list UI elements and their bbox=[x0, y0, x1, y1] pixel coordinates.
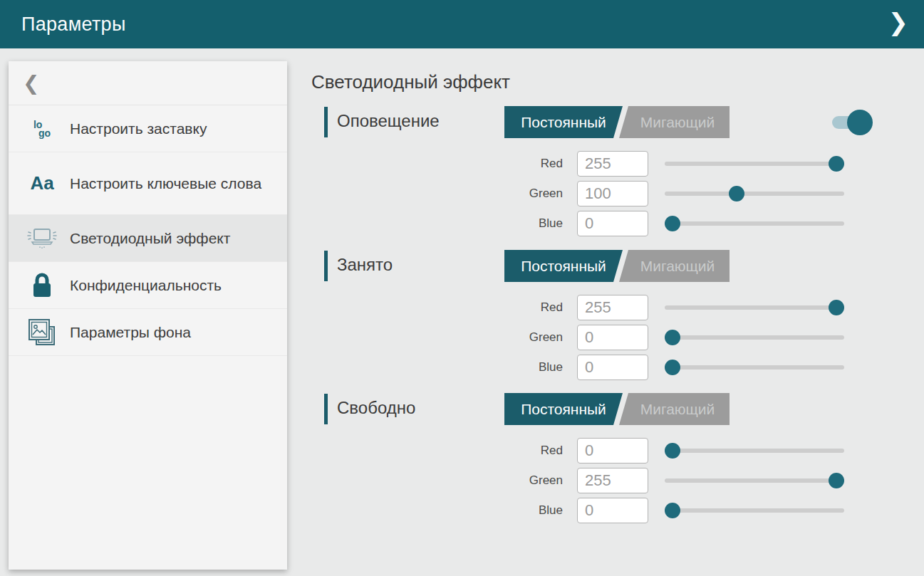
sidebar-item-privacy[interactable]: Конфиденциальность bbox=[9, 262, 287, 309]
green-slider[interactable] bbox=[665, 468, 844, 493]
blue-slider[interactable] bbox=[665, 355, 844, 380]
keywords-icon: Aa bbox=[23, 172, 61, 194]
tab-solid-mode[interactable]: Постоянный bbox=[504, 106, 623, 138]
sidebar-item-led-effect[interactable]: Светодиодный эффект bbox=[9, 215, 287, 262]
tab-blinking-mode[interactable]: Мигающий bbox=[618, 106, 730, 138]
blue-label: Blue bbox=[324, 503, 563, 518]
sidebar-item-screensaver[interactable]: logo Настроить заставку bbox=[9, 105, 287, 152]
slider-track bbox=[665, 162, 844, 166]
slider-thumb[interactable] bbox=[829, 473, 844, 488]
tab-blinking-mode[interactable]: Мигающий bbox=[618, 393, 730, 425]
tab-label: Постоянный bbox=[521, 401, 606, 418]
sidebar-item-label: Светодиодный эффект bbox=[70, 229, 230, 248]
slider-track bbox=[665, 335, 844, 340]
red-label: Red bbox=[324, 300, 563, 315]
green-label: Green bbox=[324, 330, 563, 345]
rgb-sliders: Red Green Blue bbox=[324, 151, 851, 241]
chevron-left-icon: ❮ bbox=[23, 71, 39, 95]
slider-track bbox=[665, 508, 844, 513]
app-header: Параметры ❯ bbox=[0, 0, 924, 48]
red-slider[interactable] bbox=[665, 438, 844, 464]
slider-thumb[interactable] bbox=[665, 503, 680, 518]
green-slider[interactable] bbox=[665, 181, 844, 206]
red-slider[interactable] bbox=[665, 151, 844, 177]
green-row: Green bbox=[324, 325, 851, 350]
tab-solid-mode[interactable]: Постоянный bbox=[504, 393, 623, 425]
tab-solid-mode[interactable]: Постоянный bbox=[504, 250, 623, 282]
content-title: Светодиодный эффект bbox=[311, 71, 510, 93]
sidebar-item-background[interactable]: Параметры фона bbox=[9, 309, 287, 356]
green-value-input[interactable] bbox=[577, 468, 648, 493]
tab-label: Постоянный bbox=[521, 114, 606, 131]
slider-thumb[interactable] bbox=[665, 443, 680, 459]
green-slider[interactable] bbox=[665, 325, 844, 350]
slider-thumb[interactable] bbox=[829, 300, 844, 315]
blue-value-input[interactable] bbox=[577, 355, 648, 380]
logo-icon: logo bbox=[23, 120, 61, 137]
blue-slider[interactable] bbox=[665, 211, 844, 236]
red-value-input[interactable] bbox=[577, 151, 648, 177]
mode-tabs: Постоянный Мигающий bbox=[504, 250, 730, 282]
slider-track bbox=[665, 449, 844, 453]
lock-icon bbox=[23, 272, 61, 299]
rgb-sliders: Red Green Blue bbox=[324, 438, 851, 528]
slider-track bbox=[665, 192, 844, 196]
green-label: Green bbox=[324, 187, 563, 201]
sidebar-item-label: Настроить ключевые слова bbox=[70, 174, 261, 193]
section-label: Занято bbox=[337, 255, 393, 275]
blue-label: Blue bbox=[324, 216, 563, 231]
slider-track bbox=[665, 478, 844, 483]
sidebar-item-label: Параметры фона bbox=[70, 323, 191, 342]
green-row: Green bbox=[324, 181, 851, 206]
collapse-panel-icon[interactable]: ❯ bbox=[888, 8, 909, 36]
background-icon bbox=[23, 318, 61, 347]
settings-sidebar: ❮ logo Настроить заставку Aa Настроить к… bbox=[9, 61, 287, 570]
led-section-free: Свободно Постоянный Мигающий Red Green bbox=[324, 392, 894, 531]
green-value-input[interactable] bbox=[577, 325, 648, 350]
blue-row: Blue bbox=[324, 498, 851, 523]
green-value-input[interactable] bbox=[577, 181, 648, 206]
sidebar-item-label: Настроить заставку bbox=[70, 120, 207, 138]
sidebar-back-button[interactable]: ❮ bbox=[9, 61, 287, 105]
red-row: Red bbox=[324, 438, 851, 464]
red-value-input[interactable] bbox=[577, 438, 648, 464]
section-label: Свободно bbox=[337, 398, 415, 418]
blue-label: Blue bbox=[324, 360, 563, 375]
section-accent-bar bbox=[324, 107, 328, 137]
mode-tabs: Постоянный Мигающий bbox=[504, 393, 730, 425]
tab-blinking-mode[interactable]: Мигающий bbox=[618, 250, 730, 282]
blue-row: Blue bbox=[324, 355, 851, 380]
led-display-icon bbox=[23, 226, 61, 251]
slider-thumb[interactable] bbox=[729, 186, 744, 201]
tab-label: Постоянный bbox=[521, 258, 606, 275]
blue-slider[interactable] bbox=[665, 498, 844, 523]
red-label: Red bbox=[324, 157, 563, 171]
mode-tabs: Постоянный Мигающий bbox=[504, 106, 730, 138]
blue-value-input[interactable] bbox=[577, 498, 648, 523]
led-section-busy: Занято Постоянный Мигающий Red Green bbox=[324, 249, 894, 388]
tab-label: Мигающий bbox=[640, 114, 715, 131]
slider-track bbox=[665, 221, 844, 226]
slider-thumb[interactable] bbox=[665, 330, 680, 345]
section-accent-bar bbox=[324, 251, 328, 281]
blue-value-input[interactable] bbox=[577, 211, 648, 236]
slider-track bbox=[665, 365, 844, 370]
slider-thumb[interactable] bbox=[829, 156, 844, 172]
tab-label: Мигающий bbox=[640, 401, 715, 418]
red-label: Red bbox=[324, 444, 563, 458]
sidebar-item-keywords[interactable]: Aa Настроить ключевые слова bbox=[9, 152, 287, 215]
sidebar-item-label: Конфиденциальность bbox=[70, 276, 222, 295]
red-value-input[interactable] bbox=[577, 295, 648, 320]
blue-row: Blue bbox=[324, 211, 851, 236]
slider-thumb[interactable] bbox=[665, 360, 680, 375]
settings-screen: Параметры ❯ ❮ logo Настроить заставку Aa… bbox=[0, 0, 924, 576]
section-accent-bar bbox=[324, 394, 328, 424]
tab-label: Мигающий bbox=[640, 258, 715, 275]
alert-enabled-toggle[interactable] bbox=[827, 107, 877, 140]
red-slider[interactable] bbox=[665, 295, 844, 320]
led-section-alert: Оповещение Постоянный Мигающий Red Green bbox=[324, 105, 894, 244]
slider-thumb[interactable] bbox=[665, 216, 680, 231]
green-label: Green bbox=[324, 473, 563, 488]
rgb-sliders: Red Green Blue bbox=[324, 295, 851, 384]
page-title: Параметры bbox=[21, 0, 126, 48]
